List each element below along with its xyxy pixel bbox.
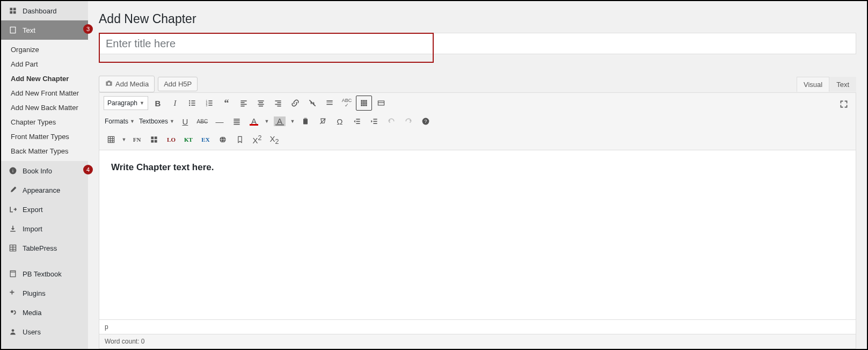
svg-rect-23 — [240, 102, 244, 103]
outdent-button[interactable] — [349, 114, 365, 129]
sidebar-export[interactable]: Export — [1, 200, 88, 219]
editor-content[interactable]: Write Chapter text here. — [99, 150, 856, 319]
align-left-button[interactable] — [236, 96, 252, 111]
sidebar-label: Users — [23, 328, 41, 336]
submenu-front-matter-types[interactable]: Front Matter Types — [1, 129, 88, 144]
svg-rect-51 — [303, 119, 308, 124]
key-terms-button[interactable]: KT — [180, 132, 196, 147]
editor-toolbar: Paragraph▼ B I 123 “ ABC✓ — [99, 93, 856, 150]
subscript-button[interactable]: X2 — [266, 132, 282, 147]
caret-down-icon: ▼ — [130, 119, 135, 124]
button-label: Add H5P — [164, 80, 192, 88]
svg-point-5 — [11, 310, 13, 313]
fullscreen-button[interactable] — [836, 97, 852, 112]
exercises-button[interactable]: EX — [198, 132, 214, 147]
svg-rect-17 — [208, 100, 212, 101]
svg-text:?: ? — [424, 119, 427, 124]
sidebar-plugins[interactable]: Plugins — [1, 283, 88, 303]
strikethrough-button[interactable]: ABC — [194, 114, 210, 129]
table-button[interactable] — [103, 132, 119, 147]
svg-rect-46 — [378, 101, 384, 105]
import-icon — [8, 223, 18, 234]
blockquote-button[interactable]: “ — [218, 96, 235, 111]
number-list-button[interactable]: 123 — [201, 96, 217, 111]
bg-color-dropdown[interactable]: ▼ — [289, 114, 296, 129]
tab-visual[interactable]: Visual — [797, 77, 829, 92]
sidebar-submenu: Organize Add Part Add New Chapter Add Ne… — [1, 40, 88, 161]
formats-dropdown[interactable]: Formats ▼ — [103, 118, 137, 125]
globe-button[interactable] — [215, 132, 231, 147]
bullet-list-button[interactable] — [184, 96, 200, 111]
submenu-chapter-types[interactable]: Chapter Types — [1, 115, 88, 129]
spellcheck-button[interactable]: ABC✓ — [339, 96, 355, 111]
paste-text-button[interactable] — [297, 114, 313, 129]
sidebar-label: Dashboard — [23, 7, 57, 15]
align-center-button[interactable] — [253, 96, 269, 111]
svg-rect-65 — [155, 140, 157, 143]
submenu-add-new-back-matter[interactable]: Add New Back Matter — [1, 100, 88, 115]
editor-tabs: Visual Text — [797, 77, 856, 92]
svg-point-8 — [108, 82, 111, 85]
special-char-button[interactable]: Ω — [332, 114, 348, 129]
svg-rect-55 — [356, 123, 360, 124]
sidebar-tablepress[interactable]: TablePress — [1, 238, 88, 258]
export-icon — [8, 204, 18, 215]
submenu-add-new-front-matter[interactable]: Add New Front Matter — [1, 86, 88, 100]
sidebar-pb-textbook[interactable]: PB Textbook — [1, 264, 88, 283]
footnote-button[interactable]: FN — [129, 132, 145, 147]
title-input-wrap — [99, 33, 856, 54]
toolbar-toggle-button[interactable] — [356, 96, 372, 111]
justify-button[interactable] — [229, 114, 245, 129]
insert-more-button[interactable] — [322, 96, 338, 111]
undo-button[interactable] — [383, 114, 399, 129]
italic-button[interactable]: I — [167, 96, 183, 111]
clear-format-button[interactable] — [315, 114, 331, 129]
text-color-button[interactable]: A — [246, 114, 262, 129]
sidebar: Dashboard Text 3 Organize Add Part Add N… — [1, 1, 88, 349]
sidebar-dashboard[interactable]: Dashboard — [1, 1, 88, 20]
textboxes-dropdown[interactable]: Textboxes ▼ — [137, 118, 177, 125]
bold-button[interactable]: B — [150, 96, 166, 111]
submenu-back-matter-types[interactable]: Back Matter Types — [1, 144, 88, 158]
svg-rect-38 — [363, 100, 364, 101]
sidebar-text[interactable]: Text — [1, 20, 88, 40]
submenu-add-new-chapter[interactable]: Add New Chapter — [1, 71, 88, 86]
sidebar-appearance[interactable]: Appearance — [1, 180, 88, 200]
sidebar-media[interactable]: Media — [1, 303, 88, 322]
link-button[interactable] — [287, 96, 303, 111]
sidebar-label: PB Textbook — [23, 270, 62, 278]
tab-text[interactable]: Text — [829, 77, 856, 92]
add-media-button[interactable]: Add Media — [99, 76, 155, 92]
toolbar-row-3: ▼ FN LO KT EX X2 X2 — [103, 130, 852, 149]
sidebar-label: TablePress — [23, 244, 57, 252]
align-right-button[interactable] — [270, 96, 286, 111]
unlink-button[interactable] — [304, 96, 320, 111]
submenu-add-part[interactable]: Add Part — [1, 57, 88, 71]
sidebar-users[interactable]: Users — [1, 322, 88, 341]
submenu-organize[interactable]: Organize — [1, 42, 88, 57]
bg-color-button[interactable]: A — [272, 114, 288, 129]
bookmark-button[interactable] — [232, 132, 248, 147]
chapter-title-input[interactable] — [99, 33, 856, 54]
help-button[interactable]: ? — [418, 114, 434, 129]
text-color-dropdown[interactable]: ▼ — [263, 114, 271, 129]
sidebar-import[interactable]: Import — [1, 219, 88, 238]
media-buttons-row: Add Media Add H5P Visual Text — [99, 76, 856, 92]
svg-rect-28 — [258, 104, 264, 105]
format-select[interactable]: Paragraph▼ — [104, 96, 148, 110]
superscript-button[interactable]: X2 — [249, 132, 265, 147]
svg-rect-41 — [363, 102, 364, 104]
svg-point-10 — [189, 100, 190, 101]
learning-objectives-button[interactable]: LO — [163, 132, 179, 147]
redo-button[interactable] — [400, 114, 417, 129]
underline-button[interactable]: U — [177, 114, 193, 129]
add-h5p-button[interactable]: Add H5P — [158, 77, 198, 91]
sidebar-book-info[interactable]: i Book Info — [1, 161, 88, 180]
table-dropdown[interactable]: ▼ — [120, 132, 128, 147]
anchor-button[interactable] — [373, 96, 389, 111]
grid-button[interactable] — [146, 132, 162, 147]
dashboard-icon — [8, 5, 18, 16]
word-count: Word count: 0 — [99, 334, 856, 348]
hr-button[interactable]: — — [211, 114, 228, 129]
indent-button[interactable] — [366, 114, 382, 129]
